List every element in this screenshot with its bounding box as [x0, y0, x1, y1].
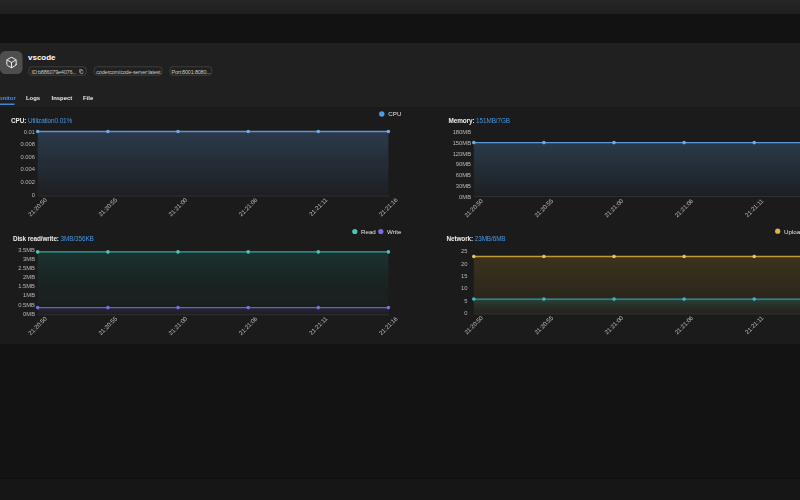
svg-text:21:20:55: 21:20:55: [533, 197, 554, 218]
svg-text:Memory: 151MB/7GB: Memory: 151MB/7GB: [449, 117, 511, 125]
svg-text:Disk read/write: 3MB/356KB: Disk read/write: 3MB/356KB: [13, 235, 94, 242]
svg-text:CPU: CPU: [388, 110, 401, 117]
svg-text:60MB: 60MB: [456, 172, 471, 178]
svg-text:30MB: 30MB: [456, 183, 471, 189]
svg-text:0MB: 0MB: [459, 194, 471, 200]
svg-text:21:21:11: 21:21:11: [744, 197, 765, 218]
svg-text:21:21:16: 21:21:16: [378, 315, 399, 336]
svg-text:1MB: 1MB: [23, 292, 35, 298]
svg-text:21:21:16: 21:21:16: [378, 196, 399, 217]
svg-text:0.002: 0.002: [20, 179, 35, 185]
svg-text:90MB: 90MB: [456, 161, 471, 167]
svg-text:21:21:11: 21:21:11: [744, 314, 765, 335]
svg-text:5: 5: [464, 298, 467, 304]
svg-text:21:21:06: 21:21:06: [674, 314, 695, 335]
svg-text:120MB: 120MB: [453, 151, 472, 157]
svg-text:21:21:06: 21:21:06: [674, 197, 695, 218]
svg-text:21:21:11: 21:21:11: [308, 315, 329, 336]
svg-text:21:20:55: 21:20:55: [533, 314, 554, 335]
svg-text:21:21:00: 21:21:00: [168, 196, 189, 217]
svg-text:21:20:55: 21:20:55: [97, 315, 118, 336]
svg-text:21:21:00: 21:21:00: [604, 314, 625, 335]
svg-text:2.5MB: 2.5MB: [18, 265, 35, 271]
svg-text:150MB: 150MB: [453, 140, 472, 146]
svg-text:21:21:06: 21:21:06: [238, 315, 259, 336]
svg-text:0MB: 0MB: [23, 311, 35, 317]
svg-text:2MB: 2MB: [23, 274, 35, 280]
svg-text:21:21:06: 21:21:06: [238, 196, 259, 217]
svg-text:0: 0: [32, 192, 35, 198]
svg-text:21:20:50: 21:20:50: [27, 315, 48, 336]
svg-text:0: 0: [464, 310, 467, 316]
svg-text:0.01: 0.01: [24, 129, 35, 135]
svg-text:Write: Write: [387, 228, 402, 235]
svg-text:Read: Read: [361, 228, 376, 235]
svg-text:0.006: 0.006: [20, 154, 35, 160]
svg-text:180MB: 180MB: [453, 129, 472, 135]
svg-text:21:21:11: 21:21:11: [308, 196, 329, 217]
svg-text:25: 25: [461, 248, 467, 254]
svg-text:0.5MB: 0.5MB: [18, 302, 35, 308]
svg-text:15: 15: [461, 273, 467, 279]
svg-text:Network: 23MB/6MB: Network: 23MB/6MB: [447, 235, 506, 242]
svg-text:Upload: Upload: [784, 228, 800, 235]
svg-text:21:21:00: 21:21:00: [604, 197, 625, 218]
svg-text:10: 10: [461, 285, 467, 291]
svg-text:20: 20: [461, 261, 467, 267]
svg-text:CPU: Utilization0.01%: CPU: Utilization0.01%: [11, 117, 73, 124]
svg-text:3.5MB: 3.5MB: [18, 247, 35, 253]
svg-text:21:21:00: 21:21:00: [168, 315, 189, 336]
svg-text:21:20:50: 21:20:50: [463, 314, 484, 335]
svg-text:3MB: 3MB: [23, 256, 35, 262]
svg-text:21:20:50: 21:20:50: [27, 196, 48, 217]
svg-text:21:20:50: 21:20:50: [463, 197, 484, 218]
svg-text:0.008: 0.008: [20, 141, 35, 147]
svg-text:1.5MB: 1.5MB: [18, 283, 35, 289]
svg-text:21:20:55: 21:20:55: [97, 196, 118, 217]
svg-text:0.004: 0.004: [20, 166, 35, 172]
